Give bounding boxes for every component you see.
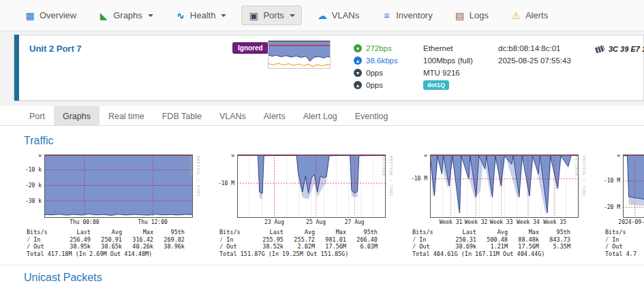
y-tick-label: -10 k: [25, 167, 42, 173]
graph-legend: Bits/sLastAvgMax95th/ In255.95255.72981.…: [219, 229, 378, 257]
port-mac-address: dc:b8:08:14:8c:01: [498, 42, 571, 54]
graph-canvas[interactable]: [623, 155, 644, 218]
tab-vlans[interactable]: VLANs: [211, 106, 255, 125]
nav-item-vlans[interactable]: VLANs: [310, 5, 366, 25]
in-pps-value: 0pps: [366, 69, 383, 77]
chevron-down-icon: [290, 14, 295, 17]
y-tick-label: 0: [38, 155, 42, 158]
traffic-section-title: Traffic: [24, 135, 644, 147]
port-mtu: MTU 9216: [423, 67, 473, 79]
x-tick-label: Week 31: [440, 219, 463, 225]
graph-legend: Bits/sLast/ In260/ Out1Total 4.7: [605, 229, 644, 257]
nav-item-health[interactable]: Health: [168, 5, 234, 25]
x-tick-label: Thu 12:00: [138, 219, 167, 225]
logs-icon: [455, 11, 465, 20]
x-tick-label: Week 33: [490, 219, 513, 225]
nav-item-label: Logs: [470, 10, 489, 20]
inventory-icon: [381, 11, 392, 20]
graph-plot-row: 0-10 MRRDTOOL / TOBI OETIKER: [217, 155, 395, 218]
tab-graphs[interactable]: Graphs: [54, 106, 99, 125]
tab-eventlog[interactable]: Eventlog: [346, 106, 397, 125]
nav-item-alerts[interactable]: Alerts: [504, 5, 555, 25]
tab-port[interactable]: Port: [20, 106, 54, 125]
rrdtool-watermark: RRDTOOL / TOBI OETIKER: [579, 155, 587, 218]
graph-legend: Bits/sLastAvgMax95th/ In256.49250.91316.…: [27, 229, 185, 257]
nav-item-inventory[interactable]: Inventory: [374, 5, 439, 25]
arrow-circle-pps-in-icon: ▼: [354, 69, 362, 77]
nav-item-logs[interactable]: Logs: [448, 5, 495, 25]
nav-item-label: Alerts: [525, 10, 548, 20]
graph-canvas[interactable]: [44, 155, 193, 218]
port-rate-stats: ▼ 272bps ▲ 38.6kbps ▼ 0pps ▲ 0pps: [354, 42, 398, 91]
graph-y-axis: 0-10 M: [410, 155, 430, 218]
alerts-icon: [510, 11, 521, 20]
port-traffic-thumbnail[interactable]: [268, 40, 331, 69]
port-address-column: dc:b8:08:14:8c:01 2025-08-25 07:55:43: [498, 42, 571, 67]
port-status-stripe: [14, 35, 19, 101]
series-marker: /: [605, 236, 609, 243]
graph-canvas[interactable]: [430, 155, 579, 218]
thumbnail-canvas[interactable]: [268, 40, 331, 69]
tab-real-time[interactable]: Real time: [99, 106, 153, 125]
x-tick-label: 27 Aug: [345, 219, 365, 225]
out-rate-row: ▲ 38.6kbps: [354, 54, 398, 67]
in-rate-value: 272bps: [366, 44, 392, 52]
tab-alerts[interactable]: Alerts: [255, 106, 294, 125]
in-pps-row: ▼ 0pps: [354, 67, 398, 79]
graph-canvas-wrap: [623, 155, 644, 218]
graph-plot-row: 0-10 MRRDTOOL / TOBI OETIKER: [410, 155, 587, 218]
port-speed: 100Mbps (full): [423, 54, 473, 67]
graph-plot-row: 0-10 k-20 k-30 kRRDTOOL / TOBI OETIKER: [24, 155, 202, 218]
y-tick-label: -10 M: [411, 176, 427, 182]
chevron-down-icon: [148, 14, 153, 17]
series-marker: /: [27, 236, 30, 243]
series-marker: /: [412, 236, 416, 243]
x-tick-label: 25 Aug: [306, 219, 326, 225]
unicast-section-title: Unicast Packets: [24, 272, 644, 284]
vlans-icon: [317, 11, 328, 20]
traffic-graphs-row: 0-10 k-20 k-30 kRRDTOOL / TOBI OETIKERTh…: [24, 155, 644, 257]
nav-item-graphs[interactable]: Graphs: [91, 5, 160, 25]
nav-item-overview[interactable]: Overview: [18, 5, 83, 25]
out-pps-value: 0pps: [366, 81, 383, 89]
traffic-section: Traffic 0-10 k-20 k-30 kRRDTOOL / TOBI O…: [0, 126, 644, 257]
graph-canvas[interactable]: [237, 155, 386, 218]
y-tick-label: 0: [231, 155, 234, 158]
port-summary-panel: Unit 2 Port 7 Ignored ▼ 272bps ▲ 38.6kbp…: [14, 35, 644, 101]
port-tabs-bar: PortGraphsReal timeFDB TableVLANsAlertsA…: [0, 106, 644, 126]
series-marker: /: [412, 243, 416, 250]
ignored-badge: Ignored: [232, 42, 269, 54]
graph-canvas-wrap: [430, 155, 579, 218]
traffic-graph-week: 0-10 MRRDTOOL / TOBI OETIKER23 Aug25 Aug…: [217, 155, 395, 257]
traffic-graph-day: 0-10 k-20 k-30 kRRDTOOL / TOBI OETIKERTh…: [24, 155, 202, 257]
series-marker: /: [219, 243, 223, 250]
graph-y-axis: 0-10 k-20 k-30 k: [24, 155, 44, 218]
nav-item-label: VLANs: [332, 10, 359, 20]
nav-item-label: Health: [190, 10, 216, 20]
tab-alert-log[interactable]: Alert Log: [294, 106, 346, 125]
nav-item-label: Ports: [263, 10, 283, 20]
tab-fdb-table[interactable]: FDB Table: [153, 106, 211, 125]
graph-x-axis: 2024-09-01: [602, 218, 644, 227]
media-type: Ethernet: [423, 42, 473, 54]
nav-item-ports[interactable]: Ports: [241, 5, 301, 25]
app-root: OverviewGraphsHealthPortsVLANsInventoryL…: [0, 0, 644, 292]
graph-canvas-wrap: [237, 155, 386, 218]
transceiver-info: 3C 39 E7 14 6: [595, 45, 644, 53]
out-pps-row: ▲ 0pps: [354, 79, 398, 91]
graph-legend: Bits/sLastAvgMax95th/ In250.31500.4888.4…: [412, 229, 570, 257]
y-tick-label: -10 M: [218, 180, 234, 186]
in-rate-row: ▼ 272bps: [354, 42, 398, 54]
y-tick-label: -30 k: [25, 198, 42, 204]
port-title-link[interactable]: Unit 2 Port 7: [29, 44, 82, 54]
chevron-down-icon: [221, 14, 226, 17]
x-tick-label: 23 Aug: [264, 219, 284, 225]
graph-plot-row: 0-10 M-20 MRRDTOOL / TOBI OETIKER: [602, 155, 644, 218]
rrdtool-watermark: RRDTOOL / TOBI OETIKER: [386, 155, 395, 218]
ports-icon: [248, 11, 259, 20]
y-tick-label: -20 M: [604, 204, 620, 210]
arrow-circle-pps-out-icon: ▲: [354, 81, 362, 89]
health-icon: [175, 11, 186, 20]
graph-y-axis: 0-10 M: [217, 155, 237, 218]
graph-x-axis: Thu 00:00Thu 12:00: [24, 218, 202, 227]
